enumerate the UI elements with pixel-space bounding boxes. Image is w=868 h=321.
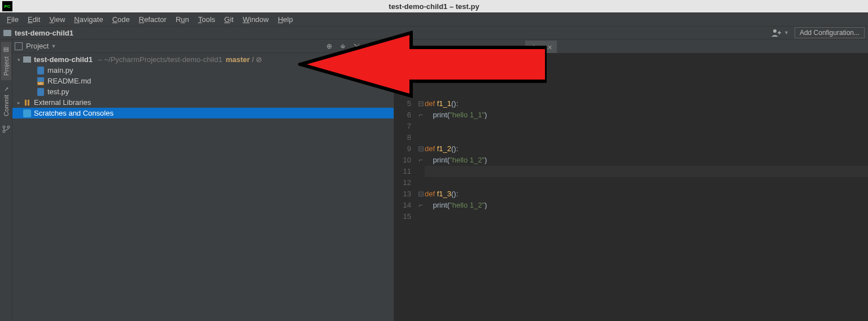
project-view-dropdown-icon[interactable]: ▼ [51,43,56,49]
svg-point-3 [3,130,5,133]
tree-external-libraries[interactable]: ▸ ‖‖ External Libraries [12,97,394,108]
python-file-icon [37,67,44,74]
panel-settings-icon[interactable]: ⚙ [363,41,377,52]
menu-code[interactable]: Code [109,14,133,25]
project-icon: ▤ [2,46,10,54]
collapse-all-icon[interactable]: ⇲ [350,41,363,52]
expand-arrow-icon[interactable]: ▸ [15,100,23,105]
menu-file[interactable]: File [3,14,22,25]
commit-icon: ✓ [2,85,10,93]
svg-point-1 [3,126,5,128]
tree-file-main-py[interactable]: main.py [12,65,394,76]
project-tool-window: Project ▼ ⊕ ≑ ⇲ ⚙ — ▾ test-demo-child1 –… [12,39,394,321]
project-view-label[interactable]: Project [26,42,49,50]
hide-panel-icon[interactable]: — [377,41,390,52]
tree-file-test-py[interactable]: test.py [12,86,394,97]
editor-area: st.py ✕ 456789101112131415 ⊟⌐⊟⌐⊟⌐ def f1… [394,39,868,321]
git-branch-icon[interactable] [2,125,10,133]
menu-help[interactable]: Help [274,14,296,25]
editor-tab-test-py[interactable]: st.py ✕ [525,41,557,53]
code-editor[interactable]: 456789101112131415 ⊟⌐⊟⌐⊟⌐ def f1_1(): pr… [394,53,868,321]
navigation-bar: test-demo-child1 ▼ Add Configuration... [0,26,868,39]
add-configuration-button[interactable]: Add Configuration... [795,27,865,38]
menu-refactor[interactable]: Refactor [136,14,170,25]
tree-scratches-and-consoles[interactable]: Scratches and Consoles [12,108,394,118]
python-file-icon [37,88,44,96]
fold-gutter: ⊟⌐⊟⌐⊟⌐ [417,87,425,321]
menu-git[interactable]: Git [221,14,237,25]
project-panel-header: Project ▼ ⊕ ≑ ⇲ ⚙ — [12,39,394,53]
folder-icon [3,30,11,36]
project-tree[interactable]: ▾ test-demo-child1 – ~/PycharmProjects/t… [12,53,394,321]
expand-arrow-icon[interactable]: ▾ [15,57,23,63]
editor-tabs: st.py ✕ [394,39,868,53]
left-toolwindow-strip: Project ▤ Commit ✓ [0,39,12,321]
window-titlebar: PC test-demo-child1 – test.py [0,0,868,12]
scratches-icon [23,109,31,117]
dropdown-icon[interactable]: ▼ [784,30,789,36]
menu-run[interactable]: Run [172,14,193,25]
editor-tab-label: st.py [530,43,544,51]
main-menu: File Edit View Navigate Code Refactor Ru… [0,12,868,26]
tree-project-root[interactable]: ▾ test-demo-child1 – ~/PycharmProjects/t… [12,54,394,65]
library-icon: ‖‖ [23,98,32,107]
pycharm-app-icon: PC [2,1,12,11]
menu-tools[interactable]: Tools [195,14,219,25]
select-opened-file-icon[interactable]: ⊕ [322,41,336,52]
svg-point-0 [773,29,777,33]
close-tab-icon[interactable]: ✕ [547,44,552,51]
markdown-file-icon [37,77,44,85]
folder-icon [23,56,31,63]
menu-view[interactable]: View [46,14,68,25]
expand-all-icon[interactable]: ≑ [336,41,350,52]
account-icon[interactable] [769,28,784,38]
menu-edit[interactable]: Edit [24,14,43,25]
project-view-icon [15,42,23,50]
line-number-gutter: 456789101112131415 [394,87,417,321]
tree-file-readme-md[interactable]: README.md [12,76,394,86]
svg-point-2 [7,126,10,128]
toolwindow-tab-project[interactable]: Project ▤ [1,42,11,80]
toolwindow-tab-commit[interactable]: Commit ✓ [1,80,11,121]
window-title: test-demo-child1 – test.py [389,2,479,11]
breadcrumb-project[interactable]: test-demo-child1 [15,29,73,37]
menu-navigate[interactable]: Navigate [71,14,106,25]
menu-window[interactable]: Window [239,14,272,25]
